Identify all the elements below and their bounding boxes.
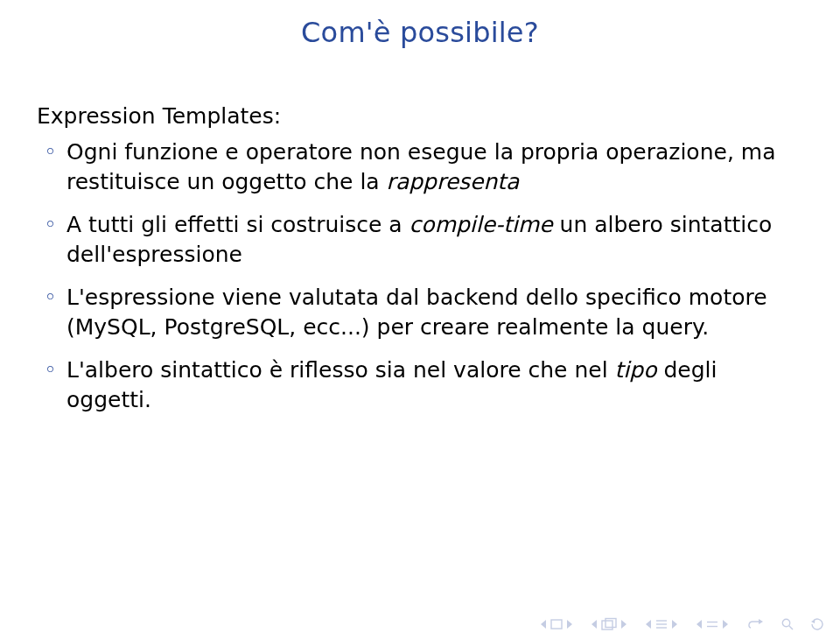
nav-frame-group [590,617,628,631]
page-title: Com'è possibile? [0,16,840,49]
svg-marker-3 [592,620,597,629]
list-item: L'albero sintattico è riflesso sia nel v… [37,355,798,416]
list-item-text: L'espressione viene valutata dal backend… [66,285,767,341]
list-item: L'espressione viene valutata dal backend… [37,283,798,343]
svg-marker-16 [759,619,763,624]
nav-search-icon[interactable] [780,617,794,631]
list-item-text: A tutti gli effetti si costruisce a [66,212,410,237]
bullet-list: Ogni funzione e operatore non esegue la … [37,137,798,416]
nav-back-icon[interactable] [746,618,765,630]
slide: Com'è possibile? Expression Templates: O… [0,0,840,640]
nav-next-subsection-icon[interactable] [670,618,679,630]
nav-slide-frame-icon[interactable] [550,618,564,630]
svg-marker-12 [696,620,702,629]
nav-section-lines-icon[interactable] [705,618,719,630]
list-item-em: compile-time [410,212,553,237]
svg-rect-5 [606,619,616,628]
svg-marker-2 [567,620,572,629]
svg-marker-0 [541,620,546,629]
nav-prev-section-icon[interactable] [695,618,704,630]
list-item-em: tipo [615,357,657,383]
nav-slide-group [539,618,574,630]
nav-subsection-group [644,618,679,630]
svg-marker-7 [646,620,651,629]
nav-next-slide-icon[interactable] [565,618,574,630]
svg-marker-11 [672,620,677,629]
nav-section-group [695,618,730,630]
svg-point-17 [782,619,789,626]
svg-marker-19 [811,619,816,623]
nav-prev-slide-icon[interactable] [539,618,548,630]
content-body: Expression Templates: Ogni funzione e op… [37,102,798,428]
nav-subsection-lines-icon[interactable] [654,618,668,630]
list-item-text: L'albero sintattico è riflesso sia nel v… [66,357,615,383]
nav-prev-frame-icon[interactable] [590,618,598,630]
list-item: A tutti gli effetti si costruisce a comp… [37,210,798,271]
nav-circled-chevron-icon[interactable] [810,617,824,631]
nav-prev-subsection-icon[interactable] [644,618,653,630]
nav-next-frame-icon[interactable] [620,618,628,630]
nav-next-section-icon[interactable] [721,618,730,630]
svg-rect-4 [602,621,612,629]
svg-rect-1 [551,620,562,629]
svg-marker-6 [621,620,626,629]
list-item-em: rappresenta [387,169,520,194]
svg-marker-15 [723,620,728,629]
nav-frames-icon[interactable] [600,617,618,631]
svg-line-18 [789,626,793,629]
beamer-nav-bar [539,617,824,631]
list-item: Ogni funzione e operatore non esegue la … [37,137,798,198]
body-heading: Expression Templates: [37,102,798,132]
